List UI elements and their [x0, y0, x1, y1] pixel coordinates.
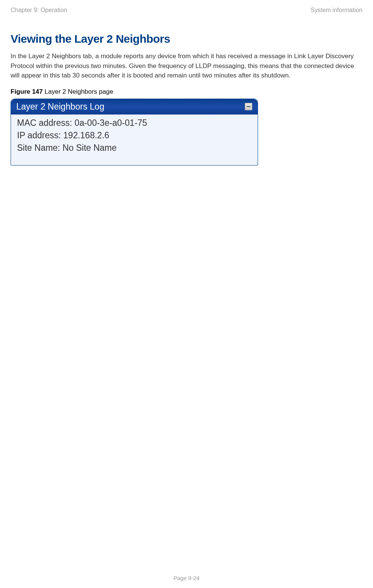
figure-label-bold: Figure 147	[11, 88, 43, 95]
header-right: System information	[311, 7, 362, 14]
collapse-icon[interactable]	[245, 103, 252, 110]
panel-titlebar: Layer 2 Neighbors Log	[11, 99, 258, 115]
figure-caption: Figure 147 Layer 2 Neighbors page	[11, 88, 362, 96]
panel-row: IP address: 192.168.2.6	[17, 129, 252, 142]
figure-label-rest: Layer 2 Neighbors page	[43, 88, 113, 95]
screenshot-panel: Layer 2 Neighbors Log MAC address: 0a-00…	[11, 99, 258, 166]
section-body: In the Layer 2 Neighbors tab, a module r…	[11, 51, 362, 80]
page-footer: Page 9-24	[0, 575, 373, 581]
page-number: Page 9-24	[173, 575, 199, 581]
panel-row: MAC address: 0a-00-3e-a0-01-75	[17, 117, 252, 129]
panel-title: Layer 2 Neighbors Log	[16, 102, 104, 112]
header-left: Chapter 9: Operation	[11, 7, 67, 14]
page-header: Chapter 9: Operation System information	[11, 7, 362, 14]
panel-row: Site Name: No Site Name	[17, 142, 252, 154]
panel-content: MAC address: 0a-00-3e-a0-01-75 IP addres…	[11, 115, 258, 165]
section-title: Viewing the Layer 2 Neighbors	[11, 32, 362, 45]
